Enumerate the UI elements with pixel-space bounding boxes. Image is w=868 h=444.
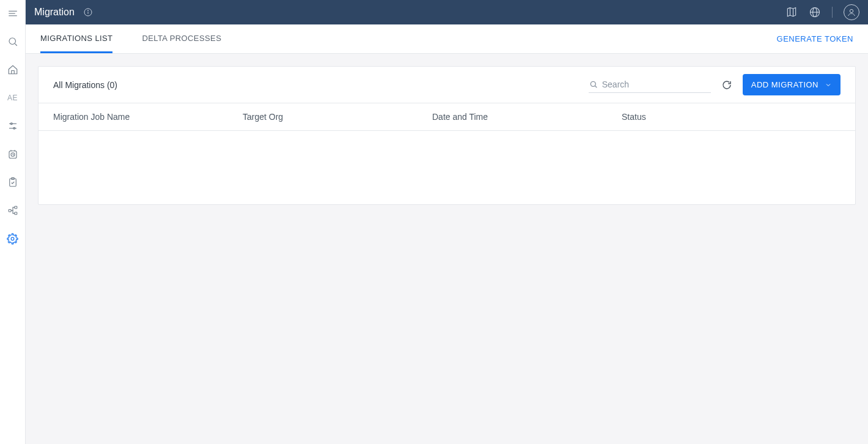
content-area: All Migrations (0) ADD MIGRATION Mig <box>26 54 868 444</box>
tab-bar: MIGRATIONS LIST DELTA PROCESSES GENERATE… <box>26 24 868 54</box>
globe-icon[interactable] <box>809 6 821 18</box>
main: Migration MIGRATIONS LIST DELTA PROCESSE… <box>26 0 868 444</box>
tab-label: DELTA PROCESSES <box>142 34 221 43</box>
svg-rect-19 <box>15 212 17 215</box>
search-input[interactable] <box>602 80 711 89</box>
svg-line-4 <box>15 43 17 45</box>
migrations-panel: All Migrations (0) ADD MIGRATION Mig <box>38 66 856 205</box>
generate-token-label: GENERATE TOKEN <box>777 34 853 43</box>
svg-point-29 <box>850 9 853 12</box>
col-header-status: Status <box>622 112 840 122</box>
table-body-empty <box>39 131 855 204</box>
clipboard-check-icon[interactable] <box>7 176 19 188</box>
search-field[interactable] <box>589 76 711 93</box>
table-header-row: Migration Job Name Target Org Date and T… <box>39 103 855 131</box>
search-icon[interactable] <box>7 35 19 48</box>
refresh-button[interactable] <box>721 79 733 91</box>
separator <box>832 7 833 18</box>
svg-rect-18 <box>15 206 17 209</box>
tab-migrations-list[interactable]: MIGRATIONS LIST <box>40 24 112 53</box>
col-header-date-time: Date and Time <box>432 112 622 122</box>
panel-header: All Migrations (0) ADD MIGRATION <box>39 67 855 103</box>
sliders-icon[interactable] <box>7 120 19 132</box>
menu-toggle-icon[interactable] <box>7 7 19 20</box>
map-icon[interactable] <box>785 6 798 18</box>
add-migration-label: ADD MIGRATION <box>751 80 818 89</box>
tab-label: MIGRATIONS LIST <box>40 34 112 43</box>
ae-label: AE <box>7 94 18 102</box>
panel-title: All Migrations (0) <box>53 80 117 90</box>
chevron-down-icon <box>825 81 832 89</box>
user-avatar-icon[interactable] <box>844 4 859 20</box>
page-title: Migration <box>34 7 75 18</box>
ae-icon[interactable]: AE <box>7 92 19 104</box>
info-icon[interactable] <box>83 7 93 17</box>
svg-point-3 <box>9 38 16 45</box>
svg-point-30 <box>590 81 595 86</box>
svg-point-20 <box>11 237 14 240</box>
org-tree-icon[interactable] <box>7 204 19 216</box>
settings-gear-icon[interactable] <box>7 232 19 245</box>
tab-delta-processes[interactable]: DELTA PROCESSES <box>142 24 221 53</box>
sidebar: AE <box>0 0 26 444</box>
clock-icon[interactable] <box>7 148 19 160</box>
add-migration-button[interactable]: ADD MIGRATION <box>743 74 840 95</box>
home-icon[interactable] <box>7 64 19 76</box>
topbar-right <box>785 4 859 20</box>
col-header-job-name: Migration Job Name <box>53 112 243 122</box>
svg-line-12 <box>13 155 14 155</box>
svg-line-31 <box>595 86 597 87</box>
generate-token-link[interactable]: GENERATE TOKEN <box>777 24 853 53</box>
search-icon <box>589 79 598 90</box>
topbar: Migration <box>26 0 868 24</box>
col-header-target-org: Target Org <box>243 112 432 122</box>
svg-rect-17 <box>9 210 11 212</box>
svg-point-23 <box>87 10 88 11</box>
